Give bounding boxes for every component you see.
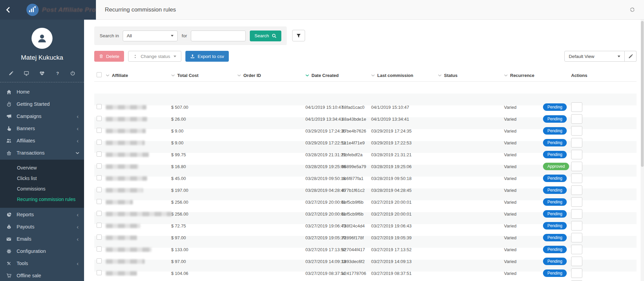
row-checkbox-cell: [94, 258, 106, 264]
row-checkbox[interactable]: [97, 235, 102, 240]
scrollbar-thumb[interactable]: [641, 21, 644, 167]
sidebar-item-getting-started[interactable]: Getting Started: [0, 98, 84, 110]
affiliate-cell: [106, 212, 171, 216]
transactions-submenu: OverviewClicks listCommissionsRecurring …: [0, 160, 84, 208]
sidebar-item-label: Payouts: [17, 224, 77, 229]
column-header-order-id[interactable]: Order ID: [237, 73, 305, 78]
view-select[interactable]: Default View: [564, 51, 625, 62]
delete-button[interactable]: Delete: [94, 51, 124, 62]
affiliate-name-redacted: [106, 117, 147, 121]
column-header-status[interactable]: Status: [438, 73, 504, 78]
sidebar-item-banners[interactable]: Banners‹: [0, 122, 84, 135]
last-commission-cell: 03/28/2019 09:50:18: [371, 176, 438, 181]
total-cost-cell: $ 9.00: [171, 140, 237, 145]
export-csv-button[interactable]: Export to csv: [185, 51, 229, 62]
last-commission-cell: 03/28/2019 04:28:45: [371, 188, 438, 193]
column-header-last-commission[interactable]: Last commission: [371, 73, 438, 78]
row-checkbox[interactable]: [97, 187, 102, 192]
sidebar-item-offline-sale[interactable]: Offline sale: [0, 269, 84, 281]
column-header-recurrence[interactable]: Recurrence: [504, 73, 571, 78]
column-header-affiliate[interactable]: Affiliate: [106, 73, 171, 78]
row-checkbox[interactable]: [97, 175, 102, 180]
submenu-item-overview[interactable]: Overview: [0, 163, 84, 173]
chevron-down-icon: [618, 56, 620, 57]
row-checkbox[interactable]: [97, 258, 102, 263]
total-cost-cell: $ 133.00: [171, 247, 237, 252]
column-header-date-created[interactable]: Date Created: [305, 73, 371, 78]
select-all-checkbox[interactable]: [97, 72, 102, 77]
sidebar-item-campaigns[interactable]: Campaigns‹: [0, 110, 84, 122]
submenu-item-recurring-commission-rules[interactable]: Recurring commission rules: [0, 194, 84, 205]
brand-logo-icon[interactable]: [26, 4, 39, 16]
back-button[interactable]: [5, 6, 17, 13]
row-checkbox-cell: [94, 116, 106, 122]
pie-chart-icon: [4, 212, 14, 217]
last-commission-cell: 04/1/2019 15:10:47: [371, 105, 438, 110]
chevron-left-icon: ‹: [77, 224, 80, 230]
table-header: AffiliateTotal CostOrder IDDate CreatedL…: [94, 69, 637, 82]
submenu-item-clicks-list[interactable]: Clicks list: [0, 173, 84, 184]
help-icon[interactable]: ?: [55, 71, 60, 76]
search-button[interactable]: Search: [250, 31, 281, 41]
affiliate-name-redacted: [106, 105, 146, 109]
sidebar-item-transactions[interactable]: Transactions: [0, 147, 84, 159]
actions-cell: [571, 185, 637, 195]
affiliate-name-redacted: [106, 153, 149, 157]
row-checkbox-cell: [94, 223, 106, 229]
sidebar-item-affiliates[interactable]: Affiliates‹: [0, 135, 84, 147]
chevron-down-icon: [76, 152, 80, 154]
logout-power-icon[interactable]: [70, 71, 75, 76]
sidebar-item-configuration[interactable]: Configuration: [0, 245, 84, 257]
table-body: $ 507.00 68fad1cac0 04/1/2019 15:10:47 0…: [94, 82, 637, 281]
last-commission-cell: 04/1/2019 13:34:41: [371, 117, 438, 122]
column-header-total-cost[interactable]: Total Cost: [171, 73, 237, 78]
affiliate-name-redacted: [106, 236, 137, 240]
actions-cell: [571, 197, 637, 207]
edit-view-button[interactable]: [625, 51, 637, 62]
avatar[interactable]: [32, 28, 53, 49]
sidebar-item-emails[interactable]: Emails‹: [0, 233, 84, 245]
filter-button[interactable]: [292, 30, 305, 41]
last-commission-cell: 03/27/2019 19:06:43: [371, 223, 438, 228]
row-checkbox[interactable]: [97, 270, 102, 275]
row-checkbox[interactable]: [97, 223, 102, 228]
row-checkbox[interactable]: [97, 211, 102, 216]
affiliate-cell: [106, 129, 171, 133]
edit-profile-icon[interactable]: [9, 71, 13, 76]
sidebar-item-payouts[interactable]: $Payouts‹: [0, 221, 84, 233]
vertical-scrollbar[interactable]: [641, 20, 644, 281]
gear-icon: [4, 249, 14, 254]
row-checkbox[interactable]: [97, 140, 102, 145]
eye-icon[interactable]: [237, 272, 339, 281]
topbar-brand-area: Post Affiliate Pro: [0, 0, 96, 20]
sidebar-item-reports[interactable]: Reports‹: [0, 208, 84, 221]
row-checkbox[interactable]: [97, 104, 102, 109]
row-checkbox[interactable]: [97, 199, 102, 204]
sidebar-item-tools[interactable]: Tools‹: [0, 257, 84, 269]
chevron-left-icon: ‹: [77, 138, 80, 144]
last-commission-cell: 03/27/2019 20:00:01: [371, 200, 438, 205]
search-input[interactable]: [191, 31, 246, 41]
last-commission-cell: 03/29/2019 17:22:53: [371, 140, 438, 145]
row-checkbox[interactable]: [97, 246, 102, 252]
affiliate-cell: [106, 271, 171, 276]
column-label: Last commission: [377, 73, 413, 78]
sort-chevron-icon: [438, 74, 442, 77]
actions-cell: [571, 174, 637, 183]
row-checkbox[interactable]: [97, 116, 102, 121]
refresh-icon[interactable]: [629, 7, 635, 13]
row-checkbox[interactable]: [97, 163, 102, 168]
submenu-item-commissions[interactable]: Commissions: [0, 184, 84, 194]
chevron-left-icon: ‹: [77, 212, 80, 218]
edit-status-pencil-icon[interactable]: [438, 272, 540, 281]
search-in-select[interactable]: All: [123, 31, 178, 41]
monitor-icon[interactable]: [24, 71, 29, 76]
change-status-button[interactable]: Change status: [128, 51, 181, 62]
search-row: Search in All for Search: [94, 26, 637, 45]
sidebar-item-label: Getting Started: [17, 101, 80, 107]
row-checkbox[interactable]: [97, 128, 102, 133]
toolbar: Delete Change status Export to csv Defau…: [94, 51, 637, 62]
sidebar-item-home[interactable]: Home: [0, 86, 84, 98]
row-checkbox[interactable]: [97, 152, 102, 157]
health-status-icon[interactable]: [39, 71, 45, 76]
